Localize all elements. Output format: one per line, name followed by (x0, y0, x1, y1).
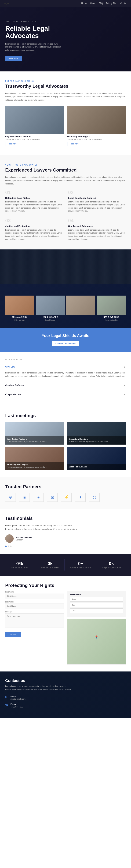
partner-logo-1: ⊙ (5, 493, 16, 502)
service-civil-law: Civil Law ∨ Lorem ipsum dolor amet, cons… (5, 362, 126, 381)
hero-title: Reliable Legal Advocates (5, 25, 72, 40)
map-pin: 📍 (94, 635, 99, 640)
last-name-input[interactable] (5, 603, 64, 609)
meeting-text-1: At vero eos et accusam et justo duo dolo… (7, 440, 62, 443)
team-section: CELIA ALMEIDA Office Manager JACK ALVARE… (0, 284, 131, 328)
team-name-2: JACK ALVAREZ (36, 316, 65, 318)
feature-card-1: Legal Excellence Assured Sample text. Cl… (5, 106, 64, 147)
service-civil-law-arrow: ∨ (124, 365, 126, 368)
contact-info-section: Contact us Lorem ipsum dolor sit amet, c… (0, 672, 131, 718)
service-civil-law-body: Lorem ipsum dolor amet, consectetur adip… (5, 371, 126, 380)
last-name-group: Last Name (5, 601, 64, 609)
services-section: OUR SERVICES Civil Law ∨ Lorem ipsum dol… (0, 352, 131, 406)
lawyer-item-3: 03 Justice and Protection Lorem ipsum do… (5, 218, 63, 241)
feature-caption-1: Legal Excellence Assured Sample text. Cl… (5, 134, 64, 147)
stat-item-3: 0+ Award Recognitions (66, 559, 95, 570)
reservation-date[interactable] (70, 603, 123, 608)
testimonials-section: Testimonials Lorem ipsum dolor sit amet,… (0, 509, 131, 554)
email-label: Email (10, 695, 26, 698)
hero-text: Lorem ipsum dolor amet, consectetur adip… (5, 42, 65, 52)
stat-num-1: 0% (7, 561, 32, 566)
contact-phone-text: Phone +1(234)567-890 (10, 703, 23, 708)
stat-item-4: 0k Unique Customers (97, 559, 126, 570)
meeting-overlay-3: Protecting Your Rights At vero eos et ac… (5, 462, 64, 470)
partner-logo-5: ⚡ (61, 493, 72, 502)
lawyer-item-text-2: Lorem ipsum dolor amet, consectetur adip… (68, 200, 126, 213)
testimonial-name: NAT REYNOLDS (16, 536, 32, 539)
testimonial-role: Manager (16, 539, 32, 541)
meeting-card-4: March For Our Lives (67, 447, 126, 470)
column-image (0, 249, 131, 284)
service-corporate-law-header[interactable]: Corporate Law ∨ (5, 390, 126, 399)
team-photo-2 (36, 296, 65, 315)
lawyers-text: Lorem ipsum dolor amet, consectetur adip… (5, 176, 126, 185)
service-criminal-defense-title: Criminal Defense (5, 384, 24, 386)
nav-home[interactable]: Home (81, 2, 87, 4)
partner-logo-4: ◉ (47, 493, 58, 502)
team-member-2: JACK ALVAREZ Sales Manager (36, 296, 65, 321)
service-corporate-law: Corporate Law ∨ (5, 390, 126, 399)
stat-label-2: Expert Advocates (38, 567, 63, 569)
lawyer-item-text-1: Lorem ipsum dolor amet, consectetur adip… (5, 200, 63, 213)
testimonial-dot-1[interactable] (5, 546, 7, 547)
reservation-box: Reservation (67, 591, 126, 617)
nav-links: Home About FAQ Pricing Plan Contact (81, 2, 128, 4)
stat-label-3: Award Recognitions (68, 567, 93, 569)
stat-item-2: 0k Expert Advocates (36, 559, 65, 570)
nav-contact[interactable]: Contact (120, 2, 128, 4)
reservation-name[interactable] (70, 597, 123, 601)
expert-tag: EXPERT LAW SOLUTIONS (5, 80, 126, 82)
meeting-card-3: Protecting Your Rights At vero eos et ac… (5, 447, 64, 470)
testimonial-person: NAT REYNOLDS Manager (5, 534, 126, 543)
stat-num-3: 0+ (68, 561, 93, 566)
expert-title: Trustworthy Legal Advocates (5, 84, 126, 89)
partners-title: Trusted Partners (5, 484, 126, 490)
stat-num-4: 0k (99, 561, 124, 566)
stat-label-1: Satisfied Clients (7, 567, 32, 569)
message-textarea[interactable] (5, 614, 64, 627)
feature-caption-2: Defending Your Rights Sample text. Click… (67, 134, 126, 147)
phone-icon: ☎ (5, 704, 8, 706)
meeting-title-4: March For Our Lives (69, 466, 124, 468)
testimonial-dot-3[interactable] (10, 546, 11, 547)
contact-form-section: Protecting Your Rights First Name Last N… (0, 576, 131, 672)
first-name-input[interactable] (5, 594, 64, 599)
testimonial-dot-2[interactable] (8, 546, 9, 547)
expert-section: EXPERT LAW SOLUTIONS Trustworthy Legal A… (0, 71, 131, 155)
nav-logo: logo (3, 2, 9, 5)
testimonial-text: Lorem ipsum dolor sit amet, consectetur … (5, 524, 78, 531)
expert-text: Lorem ipsum dolor amet, consectetur adip… (5, 92, 126, 101)
reservation-time[interactable] (70, 609, 123, 613)
email-icon: ✉ (5, 695, 8, 699)
meeting-overlay-2: Expert Law Solutions At vero eos et accu… (67, 436, 126, 444)
partners-grid: ⊙ ▣ ◈ ◉ ⚡ ✦ ◎ (5, 493, 126, 502)
partner-icon-3: ◈ (37, 495, 40, 500)
last-name-label: Last Name (5, 601, 64, 603)
meetings-grid: Your Justice Partners At vero eos et acc… (5, 422, 126, 470)
lawyer-num-4: 04 (68, 218, 126, 223)
feature-text-1: Sample text. Click to select the Text El… (5, 138, 64, 141)
nav-pricing[interactable]: Pricing Plan (106, 2, 117, 4)
lawyer-item-title-4: Our Trusted Advocates (68, 225, 126, 227)
team-member-3 (66, 296, 95, 321)
nav-about[interactable]: About (90, 2, 95, 4)
hero-read-more-button[interactable]: Read More (5, 56, 22, 61)
nav-faq[interactable]: FAQ (99, 2, 103, 4)
service-criminal-defense-header[interactable]: Criminal Defense ∨ (5, 381, 126, 390)
lawyer-num-3: 03 (5, 218, 63, 223)
submit-button[interactable]: Submit (5, 632, 21, 637)
lawyer-item-title-2: Legal Excellence Assured (68, 197, 126, 199)
cta-consultation-button[interactable]: Get Free Consultation (52, 341, 79, 346)
hero-tag: JUSTICE AND PROTECTION (5, 21, 126, 23)
meetings-title: Last meetings (5, 413, 126, 418)
service-criminal-defense-arrow: ∨ (124, 383, 126, 387)
service-civil-law-header[interactable]: Civil Law ∨ (5, 362, 126, 371)
lawyer-item-title-3: Justice and Protection (5, 225, 63, 227)
feature-btn-1[interactable]: Read More (5, 142, 19, 146)
service-criminal-defense: Criminal Defense ∨ (5, 381, 126, 390)
meeting-text-3: At vero eos et accusam et justo duo dolo… (7, 466, 62, 468)
feature-btn-2[interactable]: Read More (67, 142, 81, 146)
meeting-card-2: Expert Law Solutions At vero eos et accu… (67, 422, 126, 444)
form-right: Reservation 📍 (67, 591, 126, 664)
partner-logo-6: ✦ (75, 493, 86, 502)
